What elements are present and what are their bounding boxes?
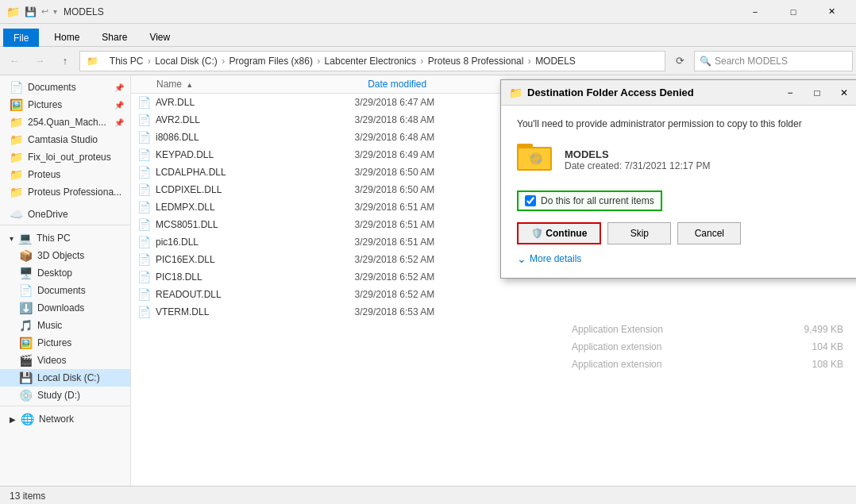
sidebar-item-camtasia[interactable]: 📁 Camtasia Studio <box>0 131 130 148</box>
pin-icon-3: 📌 <box>114 118 124 127</box>
sidebar-item-proteus[interactable]: 📁 Proteus <box>0 166 130 183</box>
sidebar-item-local-disk[interactable]: 💾 Local Disk (C:) <box>0 369 130 387</box>
sidebar-item-proteus-pro[interactable]: 📁 Proteus Professiona... <box>0 183 130 201</box>
address-bar-row: ← → ↑ 📁 This PC › Local Disk (C:) › Prog… <box>0 47 856 75</box>
sidebar-item-pictures[interactable]: 🖼️ Pictures 📌 <box>0 96 130 113</box>
study-icon: 💿 <box>19 389 33 402</box>
file-icon4: 📄 <box>137 148 151 161</box>
sidebar-label-downloads: Downloads <box>37 302 84 314</box>
dropdown-icon: ▾ <box>53 7 57 16</box>
localdisk-icon: 💾 <box>19 371 33 384</box>
search-box[interactable]: 🔍 Search MODELS <box>694 51 853 71</box>
dialog-titlebar: 📁 Destination Folder Access Denied − □ ✕ <box>501 80 856 106</box>
file-icon12: 📄 <box>137 288 151 301</box>
do-for-all-checkbox[interactable] <box>525 195 536 206</box>
sidebar-label-documents2: Documents <box>37 285 86 296</box>
folder-big-icon <box>517 140 555 179</box>
undo-icon: ↩ <box>41 6 48 17</box>
thispc-expand-icon: ▾ <box>10 234 13 243</box>
dialog-maximize-button[interactable]: □ <box>804 83 830 102</box>
sidebar-item-study[interactable]: 💿 Study (D:) <box>0 387 130 404</box>
ribbon: File Home Share View <box>0 24 856 47</box>
file-row-partial1: Application Extension 9,499 KB <box>131 321 856 338</box>
file-row-vterm[interactable]: 📄VTERM.DLL 3/29/2018 6:53 AM <box>131 303 856 321</box>
access-denied-dialog: 📁 Destination Folder Access Denied − □ ✕… <box>500 79 856 279</box>
sidebar-label-thispc: This PC <box>37 233 71 244</box>
pictures-icon: 🖼️ <box>10 98 23 111</box>
sidebar-item-thispc[interactable]: ▾ 💻 This PC <box>0 229 130 247</box>
dialog-body: You'll need to provide administrator per… <box>501 106 856 278</box>
file-icon6: 📄 <box>137 183 151 196</box>
folder-icon: 📁 <box>10 116 23 129</box>
pin-icon-2: 📌 <box>114 101 124 110</box>
title-bar-icons: 📁 💾 ↩ ▾ <box>6 6 57 18</box>
sidebar-item-pictures2[interactable]: 🖼️ Pictures <box>0 334 130 352</box>
camtasia-icon: 📁 <box>10 133 23 146</box>
sidebar-item-network[interactable]: ▶ 🌐 Network <box>0 410 130 428</box>
sidebar-item-fixloi[interactable]: 📁 Fix_loi_out_proteus <box>0 148 130 166</box>
sidebar-item-documents[interactable]: 📄 Documents 📌 <box>0 79 130 96</box>
documents2-icon: 📄 <box>19 284 33 297</box>
sidebar-item-desktop[interactable]: 🖥️ Desktop <box>0 264 130 282</box>
dialog-minimize-button[interactable]: − <box>777 83 803 102</box>
sidebar-item-downloads[interactable]: ⬇️ Downloads <box>0 299 130 317</box>
sidebar-item-documents2[interactable]: 📄 Documents <box>0 282 130 299</box>
more-details-label: More details <box>530 253 581 264</box>
continue-button[interactable]: 🛡️ Continue <box>517 222 601 244</box>
col-header-name[interactable]: Name ▲ <box>137 79 368 90</box>
tab-share[interactable]: Share <box>91 28 137 46</box>
titlebar-close-button[interactable]: ✕ <box>813 0 850 24</box>
file-icon8: 📄 <box>137 218 151 231</box>
network-icon: 🌐 <box>21 413 34 425</box>
file-icon: 📄 <box>137 96 151 109</box>
tab-file[interactable]: File <box>3 29 39 47</box>
sidebar-item-videos[interactable]: 🎬 Videos <box>0 352 130 369</box>
shield-icon: 🛡️ <box>531 228 543 239</box>
sidebar-item-quan[interactable]: 📁 254.Quan_Mach... 📌 <box>0 113 130 131</box>
ribbon-tabs: File Home Share View <box>0 24 856 46</box>
dialog-title-buttons: − □ ✕ <box>777 83 856 102</box>
dialog-close-button[interactable]: ✕ <box>831 83 856 102</box>
checkbox-label[interactable]: Do this for all current items <box>541 195 654 206</box>
tab-view[interactable]: View <box>139 28 180 46</box>
cancel-button[interactable]: Cancel <box>677 222 741 244</box>
address-path: 📁 This PC › Local Disk (C:) › Program Fi… <box>87 56 576 67</box>
skip-button[interactable]: Skip <box>607 222 671 244</box>
dialog-buttons: 🛡️ Continue Skip Cancel <box>517 222 849 244</box>
downloads-icon: ⬇️ <box>19 302 33 314</box>
file-row-readout[interactable]: 📄READOUT.DLL 3/29/2018 6:52 AM <box>131 286 856 303</box>
minimize-button[interactable]: − <box>737 0 773 24</box>
dialog-message: You'll need to provide administrator per… <box>517 118 849 129</box>
dialog-title-text: Destination Folder Access Denied <box>527 87 773 98</box>
file-icon3: 📄 <box>137 131 151 144</box>
dialog-folder-row: MODELS Date created: 7/31/2021 12:17 PM <box>517 140 849 179</box>
file-icon2: 📄 <box>137 113 151 126</box>
sidebar-label-pictures: Pictures <box>28 99 62 110</box>
sidebar-label-documents: Documents <box>28 82 76 93</box>
sidebar-label-music: Music <box>37 320 62 331</box>
forward-button[interactable]: → <box>29 50 51 72</box>
file-icon5: 📄 <box>137 166 151 179</box>
file-name-avr2: AVR2.DLL <box>156 114 200 125</box>
more-details-row[interactable]: ⌄ More details <box>517 252 849 265</box>
file-name-i8086: i8086.DLL <box>156 132 199 143</box>
sidebar-label-3dobjects: 3D Objects <box>37 250 84 261</box>
maximize-button[interactable]: □ <box>775 0 812 24</box>
sidebar-item-3dobjects[interactable]: 📦 3D Objects <box>0 247 130 264</box>
up-button[interactable]: ↑ <box>54 50 76 72</box>
back-button[interactable]: ← <box>3 50 25 72</box>
file-icon13: 📄 <box>137 306 151 318</box>
sidebar-label-camtasia: Camtasia Studio <box>28 134 98 145</box>
sidebar-item-music[interactable]: 🎵 Music <box>0 317 130 334</box>
folder-info: MODELS Date created: 7/31/2021 12:17 PM <box>565 148 710 171</box>
status-count: 13 items <box>10 491 45 502</box>
refresh-button[interactable]: ⟳ <box>669 50 691 72</box>
chevron-down-icon: ⌄ <box>517 252 526 265</box>
pin-icon: 📌 <box>114 83 124 92</box>
thispc-icon: 💻 <box>18 232 32 244</box>
sidebar-label-fixloi: Fix_loi_out_proteus <box>28 152 111 163</box>
address-box[interactable]: 📁 This PC › Local Disk (C:) › Program Fi… <box>79 51 665 71</box>
sidebar-item-onedrive[interactable]: ☁️ OneDrive <box>0 206 130 223</box>
title-bar-title: MODELS <box>64 6 104 17</box>
tab-home[interactable]: Home <box>44 28 90 46</box>
